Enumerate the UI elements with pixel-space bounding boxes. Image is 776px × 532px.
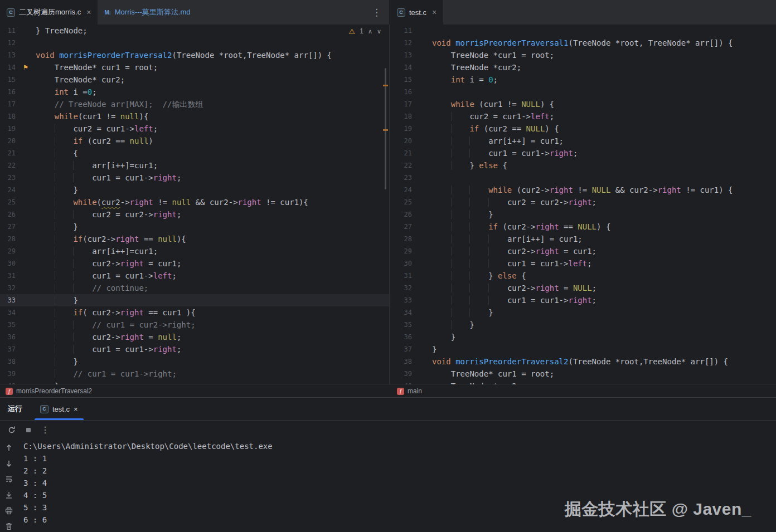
soft-wrap-button[interactable] bbox=[3, 474, 14, 485]
line-number[interactable]: 32 bbox=[0, 282, 16, 294]
code-line[interactable]: 24 while (cur2->right != NULL && cur2->r… bbox=[390, 184, 776, 196]
close-icon[interactable]: × bbox=[86, 8, 91, 16]
code-line[interactable]: 30 cur1 = cur1->left; bbox=[390, 257, 776, 270]
code-line[interactable]: 14 TreeNode *cur2; bbox=[390, 61, 776, 74]
line-number[interactable]: 16 bbox=[0, 86, 16, 98]
stop-button[interactable] bbox=[21, 423, 36, 437]
code-line[interactable]: 18 while(cur1 != null){ bbox=[0, 110, 389, 123]
code-line[interactable]: 18 cur2 = cur1->left; bbox=[390, 110, 776, 123]
code-line[interactable]: 11 bbox=[390, 25, 776, 37]
line-number[interactable]: 34 bbox=[390, 306, 412, 319]
line-number[interactable]: 36 bbox=[0, 331, 16, 343]
line-number[interactable]: 13 bbox=[0, 49, 16, 61]
line-number[interactable]: 14 bbox=[0, 61, 16, 74]
code-line[interactable]: 14⚑ TreeNode* cur1 = root; bbox=[0, 61, 389, 74]
bookmark-icon[interactable]: ⚑ bbox=[16, 61, 36, 74]
code-line[interactable]: 37} bbox=[390, 343, 776, 355]
tab-test-c[interactable]: C test.c × bbox=[390, 0, 443, 25]
code-line[interactable]: 32 cur2->right = NULL; bbox=[390, 282, 776, 294]
code-line[interactable]: 29 arr[i++]=cur1; bbox=[0, 245, 389, 257]
jump-to-bottom-button[interactable] bbox=[3, 458, 14, 468]
scrollbar-warning-mark[interactable] bbox=[383, 85, 388, 86]
code-line[interactable]: 38 } bbox=[0, 355, 389, 368]
line-number[interactable]: 14 bbox=[390, 61, 412, 74]
line-number[interactable]: 37 bbox=[390, 343, 412, 355]
inspections-widget[interactable]: ⚠ 1 ∧ ∨ bbox=[349, 27, 381, 35]
line-number[interactable]: 35 bbox=[390, 319, 412, 331]
close-icon[interactable]: × bbox=[432, 8, 437, 16]
run-tab-test-c[interactable]: C test.c × bbox=[35, 398, 84, 420]
line-number[interactable]: 39 bbox=[0, 368, 16, 380]
line-number[interactable]: 18 bbox=[390, 110, 412, 123]
code-line[interactable]: 28 arr[i++] = cur1; bbox=[390, 233, 776, 245]
prev-problem-icon[interactable]: ∧ bbox=[368, 28, 372, 35]
code-line[interactable]: 38void morrisPreorderTraversal2(TreeNode… bbox=[390, 355, 776, 368]
breadcrumb-right[interactable]: f main bbox=[390, 387, 422, 395]
line-number[interactable]: 27 bbox=[390, 221, 412, 233]
breadcrumb-function-name[interactable]: main bbox=[408, 387, 422, 395]
code-line[interactable]: 33 } bbox=[0, 294, 389, 306]
code-line[interactable]: 15 TreeNode* cur2; bbox=[0, 74, 389, 86]
line-number[interactable]: 12 bbox=[390, 37, 412, 49]
code-line[interactable]: 28 if(cur2->right == null){ bbox=[0, 233, 389, 245]
line-number[interactable]: 26 bbox=[390, 208, 412, 221]
line-number[interactable]: 21 bbox=[390, 147, 412, 159]
code-line[interactable]: 31 } else { bbox=[390, 270, 776, 282]
code-line[interactable]: 34 } bbox=[390, 306, 776, 319]
line-number[interactable]: 15 bbox=[390, 74, 412, 86]
code-line[interactable]: 17 while (cur1 != NULL) { bbox=[390, 98, 776, 110]
line-number[interactable]: 18 bbox=[0, 110, 16, 123]
code-line[interactable]: 32 // continue; bbox=[0, 282, 389, 294]
close-icon[interactable]: × bbox=[74, 405, 78, 413]
code-line[interactable]: 21 { bbox=[0, 147, 389, 159]
line-number[interactable]: 25 bbox=[0, 196, 16, 208]
line-number[interactable]: 15 bbox=[0, 74, 16, 86]
code-line[interactable]: 39 // cur1 = cur1->right; bbox=[0, 368, 389, 380]
line-number[interactable]: 16 bbox=[390, 86, 412, 98]
code-line[interactable]: 12 bbox=[0, 37, 389, 49]
code-line[interactable]: 36 cur2->right = null; bbox=[0, 331, 389, 343]
line-number[interactable]: 17 bbox=[0, 98, 16, 110]
line-number[interactable]: 30 bbox=[0, 257, 16, 270]
code-line[interactable]: 30 cur2->right = cur1; bbox=[0, 257, 389, 270]
line-number[interactable]: 20 bbox=[0, 135, 16, 147]
code-line[interactable]: 12void morrisPreorderTraversal1(TreeNode… bbox=[390, 37, 776, 49]
code-line[interactable]: 29 cur2->right = cur1; bbox=[390, 245, 776, 257]
code-line[interactable]: 39 TreeNode* cur1 = root; bbox=[390, 368, 776, 380]
line-number[interactable]: 22 bbox=[390, 159, 412, 172]
code-line[interactable]: 13 TreeNode *cur1 = root; bbox=[390, 49, 776, 61]
code-line[interactable]: 20 arr[i++] = cur1; bbox=[390, 135, 776, 147]
code-line[interactable]: 27 } bbox=[0, 221, 389, 233]
code-line[interactable]: 19 cur2 = cur1->left; bbox=[0, 123, 389, 135]
line-number[interactable]: 37 bbox=[0, 343, 16, 355]
line-number[interactable]: 38 bbox=[390, 355, 412, 368]
breadcrumb-left[interactable]: f morrisPreorderTraversal2 bbox=[0, 387, 390, 395]
jump-to-top-button[interactable] bbox=[3, 442, 14, 453]
code-line[interactable]: 25 while(cur2->right != null && cur2->ri… bbox=[0, 196, 389, 208]
line-number[interactable]: 28 bbox=[0, 233, 16, 245]
next-problem-icon[interactable]: ∨ bbox=[377, 28, 381, 35]
line-number[interactable]: 31 bbox=[390, 270, 412, 282]
code-line[interactable]: 16 bbox=[390, 86, 776, 98]
line-number[interactable]: 27 bbox=[0, 221, 16, 233]
line-number[interactable]: 21 bbox=[0, 147, 16, 159]
line-number[interactable]: 34 bbox=[0, 306, 16, 319]
line-number[interactable]: 28 bbox=[390, 233, 412, 245]
line-number[interactable]: 29 bbox=[390, 245, 412, 257]
code-line[interactable]: 13void morrisPreorderTraversal2(TreeNode… bbox=[0, 49, 389, 61]
code-line[interactable]: 37 cur1 = cur1->right; bbox=[0, 343, 389, 355]
line-number[interactable]: 11 bbox=[390, 25, 412, 37]
code-line[interactable]: 21 cur1 = cur1->right; bbox=[390, 147, 776, 159]
code-line[interactable]: 25 cur2 = cur2->right; bbox=[390, 196, 776, 208]
code-line[interactable]: 23 cur1 = cur1->right; bbox=[0, 172, 389, 184]
code-line[interactable]: 23 bbox=[390, 172, 776, 184]
line-number[interactable]: 39 bbox=[390, 368, 412, 380]
line-number[interactable]: 38 bbox=[0, 355, 16, 368]
tab-morris-md[interactable]: M↓ Morris---莫里斯算法.md bbox=[98, 0, 197, 25]
line-number[interactable]: 12 bbox=[0, 37, 16, 49]
line-number[interactable]: 23 bbox=[390, 172, 412, 184]
line-number[interactable]: 30 bbox=[390, 257, 412, 270]
line-number[interactable]: 23 bbox=[0, 172, 16, 184]
print-button[interactable] bbox=[3, 505, 14, 516]
line-number[interactable]: 11 bbox=[0, 25, 16, 37]
